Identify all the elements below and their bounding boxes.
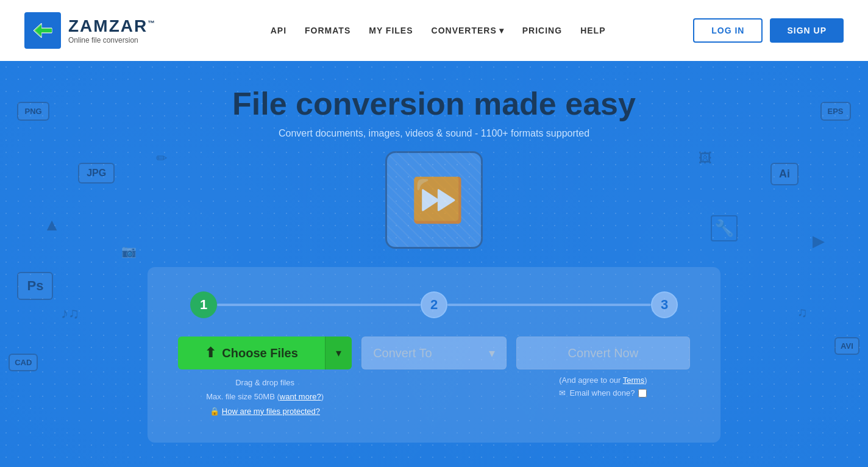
deco-music-left: ♪♫ xyxy=(61,305,79,322)
step-3: 3 xyxy=(651,291,678,318)
convert-to-dropdown[interactable]: Convert To ▾ xyxy=(361,337,507,369)
convert-to-label: Convert To xyxy=(373,346,432,360)
hero-subtitle: Convert documents, images, videos & soun… xyxy=(279,128,589,139)
email-row: ✉ Email when done? xyxy=(559,388,647,397)
deco-music-right: ♫ xyxy=(797,305,808,321)
deco-ps: Ps xyxy=(17,272,53,300)
deco-image-right: 🖼 xyxy=(699,151,712,166)
lock-icon: 🔒 xyxy=(210,407,219,416)
terms-link[interactable]: Terms xyxy=(623,376,644,385)
logo-text-area: ZAMZAR™ Online file conversion xyxy=(68,16,156,45)
step-2: 2 xyxy=(421,291,447,318)
actions-row: ⬆ Choose Files ▾ Drag & drop files Max. … xyxy=(178,337,690,418)
deco-camera: 📷 xyxy=(121,244,137,258)
chevron-down-icon: ▾ xyxy=(499,26,504,35)
chevron-down-icon-green: ▾ xyxy=(336,346,341,360)
upload-icon: ⬆ xyxy=(205,345,216,361)
conversion-box: 1 2 3 ⬆ Choose Files ▾ Dra xyxy=(148,267,720,443)
choose-files-main-button[interactable]: ⬆ Choose Files xyxy=(178,337,325,369)
forward-icon-box: ⏩ xyxy=(385,151,483,249)
deco-play-right: ▶ xyxy=(813,232,825,251)
choose-files-subtext: Drag & drop files Max. file size 50MB (w… xyxy=(206,376,324,418)
steps-row: 1 2 3 xyxy=(178,291,690,318)
step-1: 1 xyxy=(190,291,217,318)
signup-button[interactable]: SIGN UP xyxy=(770,18,844,43)
nav-item-pricing[interactable]: PRICING xyxy=(522,26,562,35)
choose-files-button-group: ⬆ Choose Files ▾ xyxy=(178,337,352,369)
hero-center-icon: ⏩ xyxy=(385,151,483,249)
nav-buttons: LOG IN SIGN UP xyxy=(693,18,844,43)
nav-item-formats[interactable]: FORMATS xyxy=(305,26,350,35)
choose-files-col: ⬆ Choose Files ▾ Drag & drop files Max. … xyxy=(178,337,352,418)
email-icon: ✉ xyxy=(559,388,566,397)
email-checkbox[interactable] xyxy=(638,389,647,397)
choose-files-label: Choose Files xyxy=(222,346,297,360)
convert-now-button[interactable]: Convert Now xyxy=(516,337,690,369)
convert-to-col: Convert To ▾ xyxy=(361,337,507,369)
file-protection-text: 🔒 How are my files protected? xyxy=(206,404,324,418)
want-more-link[interactable]: want more? xyxy=(280,392,321,401)
file-protection-link[interactable]: How are my files protected? xyxy=(222,407,320,416)
deco-eps: EPS xyxy=(820,102,851,121)
deco-wrench: 🔧 xyxy=(711,215,738,241)
deco-cad: CAD xyxy=(9,354,38,371)
logo-icon xyxy=(24,12,61,49)
hero-title: File conversion made easy xyxy=(232,85,636,122)
chevron-down-icon-convert: ▾ xyxy=(489,346,495,360)
nav-item-api[interactable]: API xyxy=(271,26,286,35)
hero-section: PNG JPG Ps CAD ▲ ✏ ♪♫ 📷 EPS Ai AVI ▶ 🖼 ♫… xyxy=(0,61,868,467)
deco-triangle-left: ▲ xyxy=(43,215,60,235)
choose-files-dropdown-button[interactable]: ▾ xyxy=(325,337,352,369)
email-label: Email when done? xyxy=(569,388,635,397)
play-arrows-icon: ⏩ xyxy=(411,175,458,225)
logo-name: ZAMZAR™ xyxy=(68,16,156,36)
logo-area: ZAMZAR™ Online file conversion xyxy=(24,12,158,49)
convert-now-subtext: (And agree to our Terms) xyxy=(559,376,647,385)
login-button[interactable]: LOG IN xyxy=(693,18,763,43)
navbar: ZAMZAR™ Online file conversion API FORMA… xyxy=(0,0,868,61)
drag-drop-text: Drag & drop files xyxy=(206,376,324,390)
deco-png: PNG xyxy=(17,102,49,121)
convert-now-col: Convert Now (And agree to our Terms) ✉ E… xyxy=(516,337,690,397)
step-line-2 xyxy=(447,304,651,306)
logo-tagline: Online file conversion xyxy=(68,36,156,45)
deco-jpg: JPG xyxy=(78,163,115,184)
max-size-text: Max. file size 50MB (want more?) xyxy=(206,390,324,404)
nav-item-help[interactable]: HELP xyxy=(580,26,605,35)
deco-pencil: ✏ xyxy=(156,151,167,166)
nav-item-my-files[interactable]: MY FILES xyxy=(369,26,413,35)
deco-ai: Ai xyxy=(770,163,799,185)
nav-item-converters[interactable]: CONVERTERS ▾ xyxy=(432,26,504,35)
deco-avi: AVI xyxy=(834,337,859,355)
step-line-1 xyxy=(217,304,421,306)
nav-links: API FORMATS MY FILES CONVERTERS ▾ PRICIN… xyxy=(183,26,693,35)
